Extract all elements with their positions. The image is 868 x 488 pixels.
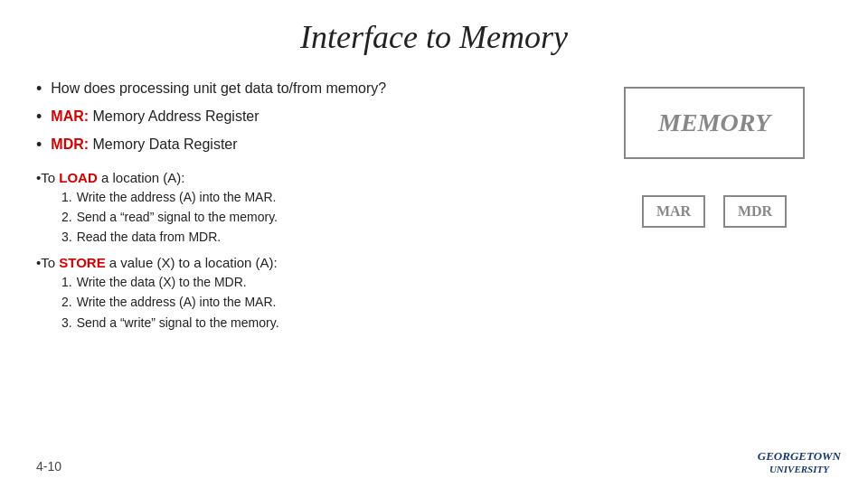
mdr-register-box: MDR xyxy=(723,195,787,228)
slide-title: Interface to Memory xyxy=(36,18,832,56)
load-section: • To LOAD a location (A): 1.Write the ad… xyxy=(36,170,579,248)
load-steps: 1.Write the address (A) into the MAR. 2.… xyxy=(61,187,579,248)
store-step-1: Write the data (X) to the MDR. xyxy=(77,275,247,289)
list-item: 2.Send a “read” signal to the memory. xyxy=(61,207,579,227)
mar-register-box: MAR xyxy=(642,195,705,228)
store-step-3: Send a “write” signal to the memory. xyxy=(77,315,279,330)
store-step-2: Write the address (A) into the MAR. xyxy=(77,295,277,309)
bullet-text-1: How does processing unit get data to/fro… xyxy=(51,78,386,99)
list-item: 1.Write the address (A) into the MAR. xyxy=(61,187,579,207)
georgetown-logo-text: GEORGETOWN UNIVERSITY xyxy=(758,449,841,475)
mdr-rest: Memory Data Register xyxy=(89,136,238,152)
list-item: • MAR: Memory Address Register xyxy=(36,106,579,128)
registers-row: MAR MDR xyxy=(642,195,787,228)
gu-line1: GEORGETOWN xyxy=(758,449,841,464)
store-steps: 1.Write the data (X) to the MDR. 2.Write… xyxy=(61,272,579,333)
load-intro-text: To LOAD a location (A): xyxy=(41,170,184,185)
bullet-dot: • xyxy=(36,134,42,156)
content-area: • How does processing unit get data to/f… xyxy=(36,78,832,340)
bullet-text-3: MDR: Memory Data Register xyxy=(51,134,237,155)
store-word: STORE xyxy=(59,255,105,270)
left-column: • How does processing unit get data to/f… xyxy=(36,78,597,340)
bullet-dot: • xyxy=(36,78,42,100)
list-item: 3.Read the data from MDR. xyxy=(61,227,579,247)
list-item: 3.Send a “write” signal to the memory. xyxy=(61,313,579,333)
load-suffix: a location (A): xyxy=(98,170,185,185)
memory-box: MEMORY xyxy=(624,87,805,159)
list-item: • MDR: Memory Data Register xyxy=(36,134,579,156)
bullet-dot: • xyxy=(36,106,42,128)
mar-register-label: MAR xyxy=(656,203,691,220)
slide-number: 4-10 xyxy=(36,459,61,474)
store-intro-text: To STORE a value (X) to a location (A): xyxy=(41,255,278,270)
top-bullet-list: • How does processing unit get data to/f… xyxy=(36,78,579,157)
gu-line2: UNIVERSITY xyxy=(769,464,829,474)
store-suffix: a value (X) to a location (A): xyxy=(106,255,278,270)
load-word: LOAD xyxy=(59,170,98,185)
list-item: • How does processing unit get data to/f… xyxy=(36,78,579,100)
mdr-label: MDR: xyxy=(51,136,89,152)
georgetown-logo: GEORGETOWN UNIVERSITY xyxy=(758,449,841,475)
memory-diagram: MEMORY MAR MDR xyxy=(597,78,832,228)
list-item: 1.Write the data (X) to the MDR. xyxy=(61,272,579,292)
load-step-2: Send a “read” signal to the memory. xyxy=(77,210,278,224)
load-step-1: Write the address (A) into the MAR. xyxy=(77,190,277,204)
store-intro: • To STORE a value (X) to a location (A)… xyxy=(36,255,579,270)
load-prefix: To xyxy=(41,170,59,185)
list-item: 2.Write the address (A) into the MAR. xyxy=(61,292,579,312)
mar-rest: Memory Address Register xyxy=(89,108,259,124)
store-prefix: To xyxy=(41,255,59,270)
load-intro: • To LOAD a location (A): xyxy=(36,170,579,185)
slide: Interface to Memory • How does processin… xyxy=(0,0,868,488)
memory-label: MEMORY xyxy=(658,108,770,137)
store-section: • To STORE a value (X) to a location (A)… xyxy=(36,255,579,333)
bullet-text-2: MAR: Memory Address Register xyxy=(51,106,259,127)
load-step-3: Read the data from MDR. xyxy=(77,230,222,244)
mar-label: MAR: xyxy=(51,108,89,124)
mdr-register-label: MDR xyxy=(738,203,772,220)
